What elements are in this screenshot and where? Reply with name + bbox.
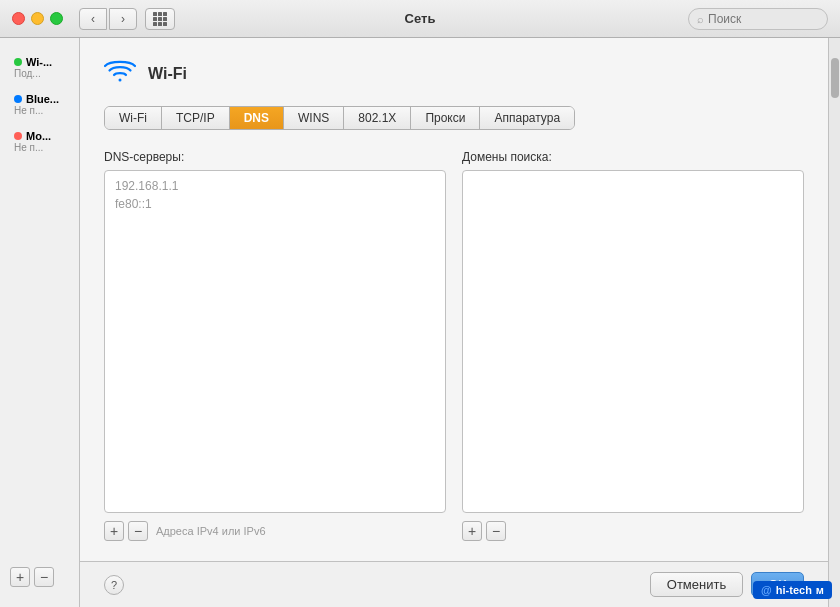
tabs: Wi-Fi TCP/IP DNS WINS 802.1X Прокси Аппа… <box>104 106 575 130</box>
scrollbar[interactable] <box>828 38 840 607</box>
traffic-lights <box>12 12 63 25</box>
main-container: Wi-... Под... Blue... Не п... Mo... Не п… <box>0 38 840 607</box>
wifi-header: Wi-Fi <box>104 58 804 90</box>
grid-view-button[interactable] <box>145 8 175 30</box>
search-input[interactable] <box>708 12 819 26</box>
sidebar: Wi-... Под... Blue... Не п... Mo... Не п… <box>0 38 80 607</box>
search-icon: ⌕ <box>697 13 704 25</box>
dns-content: DNS-серверы: 192.168.1.1 fe80::1 + − Адр… <box>104 150 804 541</box>
cancel-button[interactable]: Отменить <box>650 572 743 597</box>
sidebar-item-wifi-label: Wi-... <box>26 56 52 68</box>
wifi-title: Wi-Fi <box>148 65 187 83</box>
nav-buttons: ‹ › <box>79 8 137 30</box>
window-title: Сеть <box>405 11 436 26</box>
sidebar-item-bluetooth-label: Blue... <box>26 93 59 105</box>
wifi-icon <box>104 58 136 90</box>
sidebar-item-modem[interactable]: Mo... Не п... <box>4 124 75 159</box>
dns-servers-footer: + − Адреса IPv4 или IPv6 <box>104 521 446 541</box>
sidebar-item-modem-sub: Не п... <box>14 142 65 153</box>
dns-servers-list[interactable]: 192.168.1.1 fe80::1 <box>104 170 446 513</box>
tab-8021x[interactable]: 802.1X <box>344 107 411 129</box>
dns-servers-remove-button[interactable]: − <box>128 521 148 541</box>
sidebar-add-button[interactable]: + <box>10 567 30 587</box>
dns-domains-list[interactable] <box>462 170 804 513</box>
sidebar-item-bluetooth-sub: Не п... <box>14 105 65 116</box>
sidebar-item-wifi[interactable]: Wi-... Под... <box>4 50 75 85</box>
tab-wins[interactable]: WINS <box>284 107 344 129</box>
status-dot-wifi <box>14 58 22 66</box>
watermark-suffix: м <box>816 584 824 596</box>
tab-tcpip[interactable]: TCP/IP <box>162 107 230 129</box>
titlebar: ‹ › Сеть ⌕ <box>0 0 840 38</box>
sidebar-footer: + − <box>0 559 79 595</box>
dns-domains-column: Домены поиска: + − <box>462 150 804 541</box>
sidebar-remove-button[interactable]: − <box>34 567 54 587</box>
content-area: Wi-Fi Wi-Fi TCP/IP DNS WINS 802.1X Прокс… <box>80 38 828 561</box>
dns-domains-footer: + − <box>462 521 804 541</box>
watermark-at: @ <box>761 584 772 596</box>
scroll-thumb[interactable] <box>831 58 839 98</box>
bottom-bar: ? Отменить OK <box>80 561 828 607</box>
dns-domains-add-button[interactable]: + <box>462 521 482 541</box>
tab-dns[interactable]: DNS <box>230 107 284 129</box>
back-button[interactable]: ‹ <box>79 8 107 30</box>
dns-servers-add-button[interactable]: + <box>104 521 124 541</box>
close-button[interactable] <box>12 12 25 25</box>
search-box[interactable]: ⌕ <box>688 8 828 30</box>
dns-domains-label: Домены поиска: <box>462 150 804 164</box>
sidebar-item-modem-label: Mo... <box>26 130 51 142</box>
dns-entry-2: fe80::1 <box>111 195 439 213</box>
tab-proxy[interactable]: Прокси <box>411 107 480 129</box>
sidebar-item-wifi-sub: Под... <box>14 68 65 79</box>
minimize-button[interactable] <box>31 12 44 25</box>
tab-hardware[interactable]: Аппаратура <box>480 107 574 129</box>
dns-domains-remove-button[interactable]: − <box>486 521 506 541</box>
sidebar-item-bluetooth[interactable]: Blue... Не п... <box>4 87 75 122</box>
dns-servers-column: DNS-серверы: 192.168.1.1 fe80::1 + − Адр… <box>104 150 446 541</box>
help-button[interactable]: ? <box>104 575 124 595</box>
grid-icon <box>153 12 167 26</box>
maximize-button[interactable] <box>50 12 63 25</box>
watermark: @hi-techм <box>753 581 832 599</box>
dns-entry-1: 192.168.1.1 <box>111 177 439 195</box>
content-wrapper: Wi-Fi Wi-Fi TCP/IP DNS WINS 802.1X Прокс… <box>80 38 828 607</box>
watermark-brand: hi-tech <box>776 584 812 596</box>
status-dot-bluetooth <box>14 95 22 103</box>
dns-servers-hint: Адреса IPv4 или IPv6 <box>156 525 266 537</box>
status-dot-modem <box>14 132 22 140</box>
tab-wifi[interactable]: Wi-Fi <box>105 107 162 129</box>
dns-servers-label: DNS-серверы: <box>104 150 446 164</box>
forward-button[interactable]: › <box>109 8 137 30</box>
